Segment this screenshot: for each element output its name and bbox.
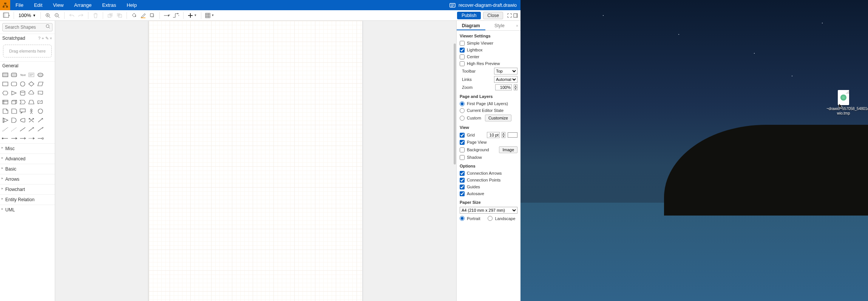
links-select[interactable]: Automatic <box>494 76 517 83</box>
scrollbar-vertical[interactable] <box>453 21 456 301</box>
tab-diagram[interactable]: Diagram <box>457 21 485 30</box>
guides-checkbox[interactable] <box>460 185 465 189</box>
customize-button[interactable]: Customize <box>485 115 511 121</box>
landscape-radio[interactable] <box>488 216 493 221</box>
fullscreen-icon[interactable] <box>507 13 512 18</box>
document-name[interactable]: recover-diagram-draft.drawio <box>459 3 517 8</box>
shape-step[interactable] <box>19 99 26 106</box>
canvas-page[interactable] <box>149 21 362 301</box>
center-checkbox[interactable] <box>460 54 465 59</box>
category-basic[interactable]: Basic <box>0 164 55 174</box>
to-front-button[interactable] <box>106 11 114 20</box>
close-button[interactable]: Close <box>483 12 503 19</box>
canvas[interactable] <box>55 21 456 301</box>
category-arrows[interactable]: Arrows <box>0 174 55 184</box>
shape-line-dashed[interactable] <box>2 126 9 133</box>
app-logo[interactable] <box>0 0 10 10</box>
general-header[interactable]: General <box>0 61 55 70</box>
panel-close-icon[interactable]: × <box>514 21 520 30</box>
shape-triangle[interactable] <box>10 90 18 96</box>
to-back-button[interactable] <box>115 11 124 20</box>
paper-size-select[interactable]: A4 (210 mm x 297 mm) <box>460 207 517 214</box>
conn-points-checkbox[interactable] <box>460 178 465 183</box>
custom-radio[interactable] <box>460 116 465 121</box>
shape-internal-storage[interactable] <box>2 99 9 106</box>
table-button[interactable]: ▼ <box>204 11 215 20</box>
lightbox-checkbox[interactable] <box>460 48 465 53</box>
shape-hexagon[interactable] <box>2 90 9 96</box>
menu-help[interactable]: Help <box>121 0 142 10</box>
shape-textbox[interactable] <box>28 71 35 78</box>
shape-circle[interactable] <box>19 81 26 87</box>
delete-button[interactable] <box>91 11 100 20</box>
shape-conn1[interactable] <box>2 135 9 142</box>
shape-or[interactable] <box>2 117 9 124</box>
shape-parallelogram[interactable] <box>37 81 44 87</box>
page-view-checkbox[interactable] <box>460 140 465 145</box>
shape-rect[interactable] <box>2 81 9 87</box>
zoom-out-button[interactable] <box>53 11 61 20</box>
shape-conn2[interactable] <box>10 135 18 142</box>
shape-diamond[interactable] <box>28 81 35 87</box>
undo-button[interactable] <box>68 11 76 20</box>
search-icon[interactable] <box>46 24 50 29</box>
first-page-radio[interactable] <box>460 101 465 106</box>
scrollbar-thumb[interactable] <box>454 43 456 164</box>
shape-rect-filled[interactable] <box>2 71 9 78</box>
shape-line[interactable] <box>19 126 26 133</box>
menu-arrange[interactable]: Arrange <box>69 0 97 10</box>
grid-color-swatch[interactable] <box>508 132 517 138</box>
shape-text[interactable]: Text <box>19 71 26 78</box>
grid-checkbox[interactable] <box>460 133 465 138</box>
grid-up[interactable]: ▲ <box>502 132 505 135</box>
shape-cylinder[interactable] <box>19 90 26 96</box>
autosave-checkbox[interactable] <box>460 191 465 196</box>
shape-curly[interactable] <box>37 108 44 115</box>
edit-icon[interactable]: ✎ <box>45 36 49 41</box>
shape-rounded[interactable] <box>10 81 18 87</box>
menu-extras[interactable]: Extras <box>97 0 122 10</box>
simple-viewer-checkbox[interactable] <box>460 41 465 46</box>
shape-ellipse-filled[interactable] <box>37 71 44 78</box>
close-icon[interactable]: × <box>50 36 53 41</box>
category-flowchart[interactable]: Flowchart <box>0 184 55 194</box>
menu-edit[interactable]: Edit <box>29 0 48 10</box>
zoom-in-button[interactable] <box>44 11 52 20</box>
insert-button[interactable]: ▼ <box>187 11 198 20</box>
shape-arrow-up[interactable] <box>37 117 44 124</box>
grid-down[interactable]: ▼ <box>502 135 505 138</box>
background-image-button[interactable]: Image <box>499 146 517 153</box>
shape-conn5[interactable] <box>37 135 44 142</box>
zoom-input[interactable] <box>495 84 512 90</box>
menu-view[interactable]: View <box>48 0 69 10</box>
shape-conn4[interactable] <box>28 135 35 142</box>
background-checkbox[interactable] <box>460 147 465 152</box>
zoom-combo[interactable]: 100%▼ <box>17 12 37 18</box>
toolbar-select[interactable]: Top <box>494 68 517 74</box>
shape-card[interactable] <box>10 108 18 115</box>
search-shapes-input[interactable] <box>2 23 53 31</box>
portrait-radio[interactable] <box>460 216 465 221</box>
scratchpad-header[interactable]: Scratchpad ? + ✎ × <box>0 34 55 42</box>
shape-trapezoid[interactable] <box>28 99 35 106</box>
shape-tape[interactable] <box>37 99 44 106</box>
category-misc[interactable]: Misc <box>0 143 55 154</box>
conn-arrows-checkbox[interactable] <box>460 171 465 176</box>
shape-conn3[interactable] <box>19 135 26 142</box>
shape-cube[interactable] <box>10 99 18 106</box>
help-icon[interactable]: ? <box>38 36 41 41</box>
current-editor-radio[interactable] <box>460 108 465 113</box>
zoom-up[interactable]: ▲ <box>514 84 517 87</box>
add-icon[interactable]: + <box>42 36 44 41</box>
category-advanced[interactable]: Advanced <box>0 154 55 164</box>
tab-style[interactable]: Style <box>485 21 514 30</box>
desktop-background[interactable]: ~drawio~557058_54801c1…wio.tmp <box>520 0 868 301</box>
shape-note[interactable] <box>2 108 9 115</box>
fill-color-button[interactable] <box>130 11 138 20</box>
shape-datastore[interactable] <box>19 117 26 124</box>
shape-callout[interactable] <box>19 108 26 115</box>
menu-file[interactable]: File <box>10 0 29 10</box>
shape-line-arrow1[interactable] <box>28 126 35 133</box>
waypoints-button[interactable] <box>172 11 180 20</box>
shape-rounded-filled[interactable] <box>10 71 18 78</box>
